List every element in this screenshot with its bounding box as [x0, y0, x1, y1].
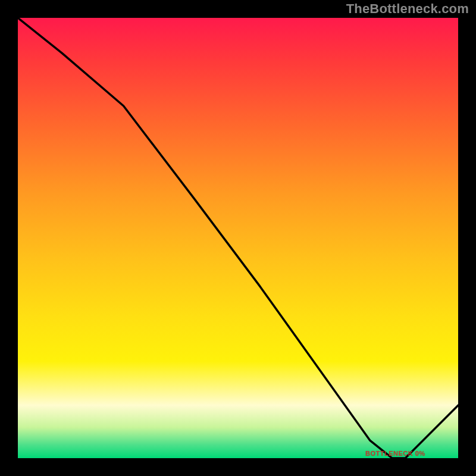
bottleneck-curve-path	[18, 18, 458, 458]
chart-container: TheBottleneck.com BOTTLENECK 0%	[0, 0, 476, 476]
watermark-text: TheBottleneck.com	[346, 1, 469, 17]
bottleneck-min-label: BOTTLENECK 0%	[365, 450, 425, 457]
bottleneck-curve-svg	[18, 18, 458, 458]
plot-area: BOTTLENECK 0%	[18, 18, 458, 458]
